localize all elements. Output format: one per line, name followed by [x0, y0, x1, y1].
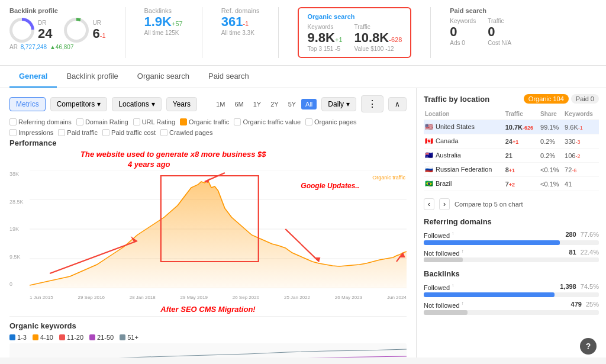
- metrics-button[interactable]: Metrics: [9, 97, 46, 111]
- traffic-by-location: Traffic by location Organic 104 Paid 0 L…: [424, 94, 599, 210]
- cb-paid-traffic-cost[interactable]: Paid traffic cost: [102, 129, 156, 136]
- cb-crawled-pages[interactable]: Crawled pages: [160, 129, 212, 136]
- time-5y[interactable]: 5Y: [284, 99, 300, 109]
- location-traffic: 7+2: [504, 177, 539, 191]
- ar-row: AR 8,727,248 ▲46,807: [9, 44, 106, 50]
- organic-search-section: Organic search Keywords 9.8K+1 Top 3 151…: [298, 7, 411, 58]
- location-keywords: 330-3: [563, 134, 599, 149]
- organic-traffic-label: Traffic: [354, 24, 402, 30]
- ur-value: 6-1: [92, 26, 105, 41]
- ref-notfollowed-value: 81: [569, 249, 576, 256]
- interval-button[interactable]: Daily ▾: [321, 97, 356, 111]
- location-share: <0.1%: [539, 163, 563, 177]
- ref-notfollowed-track: [424, 257, 599, 262]
- cb-organic-pages[interactable]: Organic pages: [305, 118, 357, 125]
- location-traffic: 21: [504, 149, 539, 163]
- location-name: 🇨🇦Canada: [424, 134, 504, 149]
- tab-backlink-profile[interactable]: Backlink profile: [57, 66, 127, 88]
- ur-label: UR: [92, 20, 105, 26]
- backlink-profile-section: Backlink profile DR 24 UR 6-1 AR: [9, 7, 106, 50]
- time-1y[interactable]: 1Y: [249, 99, 265, 109]
- organic-tab[interactable]: Organic 104: [524, 94, 569, 104]
- x-axis: 1 Jun 2015 29 Sep 2016 28 Jan 2018 29 Ma…: [30, 295, 407, 300]
- competitors-button[interactable]: Competitors ▾: [50, 97, 108, 111]
- prev-location-btn[interactable]: ‹: [424, 198, 434, 210]
- annotation-google-updates: Google Updates..: [301, 182, 359, 190]
- bl-followed-fill: [424, 292, 555, 297]
- cb-impressions[interactable]: Impressions: [9, 129, 53, 136]
- ref-followed-pct: 77.6%: [581, 231, 599, 238]
- kw-legend-51plus[interactable]: 51+: [120, 334, 138, 341]
- backlinks-right-title: Backlinks: [424, 269, 599, 278]
- kw-legend-21-50[interactable]: 21-50: [89, 334, 114, 341]
- organic-traffic-chart-label: Organic traffic: [372, 175, 405, 181]
- kw-legend-1-3[interactable]: 1-3: [9, 334, 27, 341]
- location-row[interactable]: 🇺🇸United States 10.7K-626 99.1% 9.6K-1: [424, 120, 599, 134]
- collapse-button[interactable]: ∧: [388, 97, 407, 111]
- location-name: 🇧🇷Brazil: [424, 177, 504, 191]
- location-traffic: 10.7K-626: [504, 120, 539, 134]
- location-name: 🇦🇺Australia: [424, 149, 504, 163]
- tab-organic-search[interactable]: Organic search: [128, 66, 199, 88]
- backlinks-sub: All time 125K: [144, 30, 183, 36]
- y-axis: 38K 28.5K 19K 9.5K 0: [9, 170, 30, 288]
- ref-followed-track: [424, 240, 599, 245]
- location-row[interactable]: 🇨🇦Canada 24+1 0.2% 330-3: [424, 134, 599, 149]
- more-options-button[interactable]: ⋮: [361, 95, 383, 112]
- time-1m[interactable]: 1M: [212, 99, 229, 109]
- paid-cost-label: Cost N/A: [488, 40, 511, 46]
- kw-legend: 1-3 4-10 11-20 21-50 51+: [9, 334, 407, 341]
- paid-keywords-value: 0: [450, 24, 476, 40]
- paid-ads-label: Ads 0: [450, 40, 476, 46]
- location-row[interactable]: 🇧🇷Brazil 7+2 <0.1% 41: [424, 177, 599, 191]
- ref-followed-fill: [424, 240, 560, 245]
- ur-circle: [64, 18, 89, 43]
- tab-paid-search[interactable]: Paid search: [199, 66, 259, 88]
- cb-organic-traffic[interactable]: Organic traffic: [180, 118, 229, 125]
- years-button[interactable]: Years: [166, 97, 197, 111]
- time-all[interactable]: All: [301, 99, 317, 109]
- backlinks-metric: Backlinks 1.9K+57 All time 125K: [144, 7, 183, 36]
- checkboxes-row1: Referring domains Domain Rating URL Rati…: [9, 118, 407, 125]
- cb-referring-domains[interactable]: Referring domains: [9, 118, 72, 125]
- bl-notfollowed-label-row: Not followed ↑ 479 25%: [424, 301, 599, 309]
- tab-general[interactable]: General: [9, 66, 57, 88]
- kw-legend-4-10[interactable]: 4-10: [33, 334, 53, 341]
- location-row[interactable]: 🇷🇺Russian Federation 8+1 <0.1% 72-6: [424, 163, 599, 177]
- dr-value: 24: [38, 26, 52, 41]
- location-row[interactable]: 🇦🇺Australia 21 0.2% 106-2: [424, 149, 599, 163]
- cb-paid-traffic[interactable]: Paid traffic: [58, 129, 98, 136]
- location-share: <0.1%: [539, 177, 563, 191]
- ref-domains-metric: Ref. domains 361-1 All time 3.3K: [221, 7, 260, 36]
- location-keywords: 41: [563, 177, 599, 191]
- time-2y[interactable]: 2Y: [266, 99, 282, 109]
- top-bar: Backlink profile DR 24 UR 6-1 AR: [0, 0, 606, 66]
- ref-notfollowed-row: Not followed ↑ 81 22.4%: [424, 249, 599, 263]
- cb-organic-traffic-value[interactable]: Organic traffic value: [234, 118, 301, 125]
- ref-notfollowed-fill: [424, 257, 463, 262]
- location-tabs: Organic 104 Paid 0: [524, 94, 599, 104]
- organic-traffic-sub: Value $100 -12: [354, 46, 402, 52]
- cb-domain-rating[interactable]: Domain Rating: [76, 118, 128, 125]
- location-name: 🇺🇸United States: [424, 120, 504, 134]
- time-6m[interactable]: 6M: [230, 99, 247, 109]
- cb-url-rating[interactable]: URL Rating: [133, 118, 175, 125]
- col-keywords: Keywords: [563, 108, 599, 120]
- bl-notfollowed-fill: [424, 310, 468, 315]
- next-location-btn[interactable]: ›: [439, 198, 450, 210]
- ref-domains-value: 361: [221, 14, 243, 29]
- nav-compare: ‹ › Compare top 5 on chart: [424, 198, 599, 210]
- checkboxes-row2: Impressions Paid traffic Paid traffic co…: [9, 129, 407, 136]
- location-name: 🇷🇺Russian Federation: [424, 163, 504, 177]
- nav-tabs: General Backlink profile Organic search …: [0, 66, 606, 88]
- locations-button[interactable]: Locations ▾: [112, 97, 161, 111]
- location-keywords: 72-6: [563, 163, 599, 177]
- kw-legend-11-20[interactable]: 11-20: [59, 334, 83, 341]
- performance-label: Performance: [9, 138, 407, 147]
- help-button[interactable]: ?: [580, 338, 597, 355]
- backlink-profile-title: Backlink profile: [9, 7, 106, 14]
- keywords-sparkline: [9, 343, 407, 357]
- main-content: Metrics Competitors ▾ Locations ▾ Years …: [0, 88, 606, 357]
- compare-label: Compare top 5 on chart: [454, 201, 523, 208]
- paid-tab[interactable]: Paid 0: [571, 94, 599, 104]
